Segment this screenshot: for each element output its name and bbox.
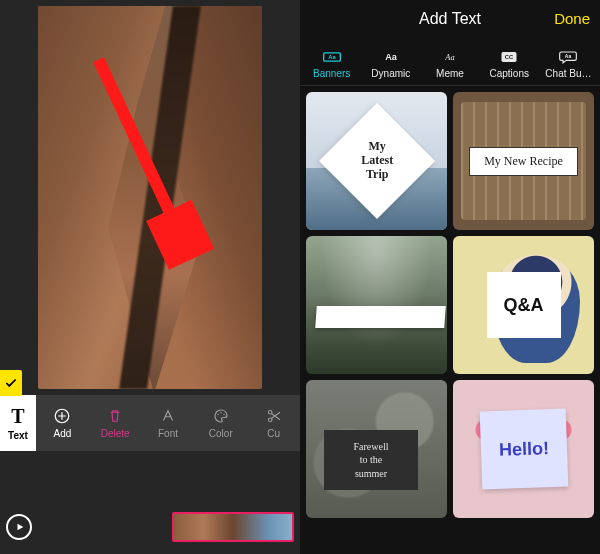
diamond-banner: MyLatestTrip — [319, 103, 435, 219]
cut-button[interactable]: Cu — [247, 395, 300, 451]
color-button[interactable]: Color — [194, 395, 247, 451]
svg-point-4 — [223, 414, 225, 416]
panel-title: Add Text — [419, 10, 481, 28]
font-button[interactable]: Font — [142, 395, 195, 451]
text-icon: T — [11, 405, 24, 428]
tool-label: Delete — [101, 428, 130, 439]
tab-dynamic[interactable]: Aa Dynamic — [361, 49, 420, 79]
svg-text:Aa: Aa — [385, 52, 398, 62]
tab-label: Banners — [313, 68, 350, 79]
svg-point-2 — [217, 414, 219, 416]
captions-icon: CC — [498, 49, 520, 65]
square-banner: Q&A — [487, 272, 561, 338]
text-mode-tab[interactable]: T Text — [0, 395, 36, 451]
tab-label: Meme — [436, 68, 464, 79]
plus-circle-icon — [53, 407, 71, 425]
svg-point-5 — [268, 410, 272, 414]
ribbon-banner: My New Recipe — [469, 147, 578, 176]
svg-text:Aa: Aa — [444, 53, 454, 62]
template-item[interactable]: My New Recipe — [453, 92, 594, 230]
panel-header: Add Text Done — [300, 0, 600, 38]
tab-meme[interactable]: Aa Meme — [420, 49, 479, 79]
template-item[interactable]: Hello! — [453, 380, 594, 518]
play-button[interactable] — [6, 514, 32, 540]
template-item[interactable]: MyLatestTrip — [306, 92, 447, 230]
text-toolbar: T Text Add Delete Font Color — [0, 395, 300, 451]
tool-label: Add — [54, 428, 72, 439]
font-icon — [159, 407, 177, 425]
tab-label: Chat Bu… — [545, 68, 591, 79]
trash-icon — [106, 407, 124, 425]
template-text: Q&A — [504, 295, 544, 316]
add-text-button[interactable]: Add — [36, 395, 89, 451]
tab-banners[interactable]: Aa Banners — [302, 49, 361, 79]
skew-banner: GOOD MORNING! — [315, 306, 445, 328]
svg-text:Aa: Aa — [565, 53, 572, 59]
delete-text-button[interactable]: Delete — [89, 395, 142, 451]
play-icon — [15, 522, 25, 532]
editor-panel: T Text Add Delete Font Color — [0, 0, 300, 554]
template-item[interactable]: Farewellto thesummer — [306, 380, 447, 518]
template-text: MyLatestTrip — [361, 140, 393, 181]
template-grid: MyLatestTrip My New Recipe GOOD MORNING!… — [300, 86, 600, 554]
template-text: Hello! — [498, 438, 549, 461]
dynamic-icon: Aa — [380, 49, 402, 65]
tab-label: Dynamic — [371, 68, 410, 79]
video-clip[interactable] — [172, 512, 294, 542]
palette-icon — [212, 407, 230, 425]
banners-icon: Aa — [321, 49, 343, 65]
tool-label: Color — [209, 428, 233, 439]
text-tab-label: Text — [8, 430, 28, 441]
template-text: My New Recipe — [484, 154, 563, 168]
template-text: GOOD MORNING! — [326, 311, 435, 323]
tab-label: Captions — [489, 68, 528, 79]
confirm-check-button[interactable] — [0, 370, 22, 396]
sticky-note-banner: Hello! — [479, 409, 568, 490]
svg-text:CC: CC — [505, 55, 514, 61]
svg-point-6 — [268, 418, 272, 422]
meme-icon: Aa — [439, 49, 461, 65]
svg-text:Aa: Aa — [328, 55, 336, 61]
check-icon — [4, 376, 18, 390]
template-text: Farewellto thesummer — [354, 441, 389, 479]
text-style-tabs: Aa Banners Aa Dynamic Aa Meme CC Caption… — [300, 38, 600, 86]
svg-point-3 — [220, 412, 222, 414]
tab-chat-bubble[interactable]: Aa Chat Bu… — [539, 49, 598, 79]
template-item[interactable]: GOOD MORNING! — [306, 236, 447, 374]
tab-captions[interactable]: CC Captions — [480, 49, 539, 79]
tool-label: Cu — [267, 428, 280, 439]
tool-label: Font — [158, 428, 178, 439]
plaque-banner: Farewellto thesummer — [324, 430, 418, 491]
done-button[interactable]: Done — [554, 0, 590, 38]
chat-bubble-icon: Aa — [557, 49, 579, 65]
scissors-icon — [265, 407, 283, 425]
timeline — [0, 500, 300, 554]
template-item[interactable]: Q&A — [453, 236, 594, 374]
add-text-panel: Add Text Done Aa Banners Aa Dynamic Aa M… — [300, 0, 600, 554]
